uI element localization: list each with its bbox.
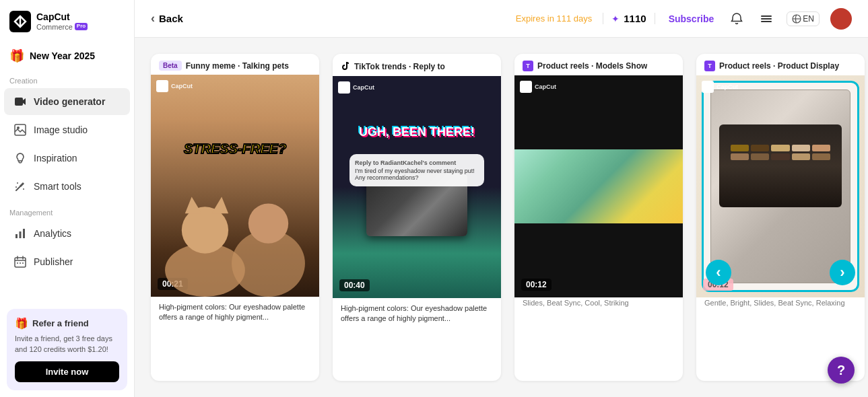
svg-rect-15 <box>761 15 772 17</box>
wand-icon <box>13 180 27 193</box>
card-2-thumbnail[interactable]: CapCut UGH, BEEN THERE! Reply to Radiant… <box>333 76 501 298</box>
chart-icon <box>13 227 27 240</box>
beta-badge: Beta <box>159 61 182 71</box>
svg-rect-2 <box>15 98 23 106</box>
next-arrow[interactable]: › <box>830 260 855 285</box>
duration-badge-3: 00:12 <box>521 279 552 291</box>
sidebar-item-smart-tools[interactable]: Smart tools <box>4 173 130 200</box>
language-label: EN <box>803 14 814 24</box>
refer-emoji: 🎁 <box>15 317 28 330</box>
logo-commerce: Commerce Pro <box>36 23 88 31</box>
svg-rect-16 <box>761 18 772 20</box>
logo-text: CapCut Commerce Pro <box>36 12 88 30</box>
sidebar-item-label: Video generator <box>34 96 105 107</box>
comment-user: Reply to RadiantKachel's comment <box>355 159 479 166</box>
svg-rect-8 <box>15 234 18 238</box>
card-4-header: T Product reels · Product Display <box>696 54 865 75</box>
header: ‹ Back Expires in 111 days ✦ 1110 Subscr… <box>135 0 868 38</box>
management-section-label: Management <box>0 201 134 219</box>
back-label: Back <box>159 13 183 24</box>
expires-text: Expires in 111 days <box>516 13 592 24</box>
card-3-thumbnail[interactable]: CapCut 00:12 <box>514 75 683 297</box>
logo[interactable]: CapCut Commerce Pro <box>0 0 134 43</box>
card-4-tags: Gentle, Bright, Slides, Beat Sync, Relax… <box>696 297 865 314</box>
card-1-thumbnail[interactable]: CapCut STRESS-FREE? 00:21 <box>151 75 319 297</box>
svg-point-5 <box>17 182 18 184</box>
card-1-title: Funny meme · Talking pets <box>186 61 289 71</box>
prev-arrow[interactable]: ‹ <box>706 260 731 285</box>
sidebar-item-label: Inspiration <box>34 153 77 164</box>
svg-point-13 <box>20 262 21 264</box>
video-card-2: TikTok trends · Reply to CapCut UGH, BEE… <box>333 54 501 381</box>
card-1-desc: High-pigment colors: Our eyeshadow palet… <box>151 297 319 326</box>
main-content: ‹ Back Expires in 111 days ✦ 1110 Subscr… <box>135 0 868 397</box>
watermark-3: CapCut <box>520 81 556 93</box>
card-4-title: Product reels · Product Display <box>719 61 839 71</box>
ugh-text: UGH, BEEN THERE! <box>341 125 493 139</box>
logo-capcut: CapCut <box>36 12 88 22</box>
card-3-header: T Product reels · Models Show <box>514 54 683 75</box>
card-4-thumbnail[interactable]: CapCut <box>696 75 865 297</box>
video-card-3: T Product reels · Models Show CapCut 00:… <box>514 54 683 381</box>
sidebar-item-inspiration[interactable]: Inspiration <box>4 145 130 172</box>
back-arrow-icon: ‹ <box>151 11 155 26</box>
svg-rect-10 <box>23 229 25 238</box>
refer-description: Invite a friend, get 3 free days and 120… <box>15 334 119 355</box>
sidebar-item-publisher[interactable]: Publisher <box>4 248 130 275</box>
card-1-header: Beta Funny meme · Talking pets <box>151 54 319 75</box>
overlay-text-1: STRESS-FREE? <box>184 141 286 157</box>
watermark-1: CapCut <box>156 80 193 92</box>
svg-point-7 <box>15 186 17 188</box>
workspace-name: New Year 2025 <box>30 50 95 61</box>
diamond-icon: ✦ <box>611 13 620 24</box>
sidebar-item-video-generator[interactable]: Video generator <box>4 88 130 115</box>
refer-title: Refer a friend <box>32 318 89 328</box>
workspace-emoji: 🎁 <box>9 48 24 63</box>
sidebar: CapCut Commerce Pro 🎁 New Year 2025 Crea… <box>0 0 135 397</box>
card-2-title: TikTok trends · Reply to <box>354 62 445 71</box>
comment-text: I'm tired of my eyeshadow never staying … <box>355 168 479 181</box>
cat-illustration <box>151 164 319 297</box>
back-button[interactable]: ‹ Back <box>151 11 183 26</box>
sidebar-item-image-studio[interactable]: Image studio <box>4 116 130 143</box>
image-icon <box>13 123 27 137</box>
nav-arrows: ‹ › <box>696 260 865 285</box>
svg-point-20 <box>182 207 228 253</box>
svg-point-14 <box>22 262 24 264</box>
creation-section-label: Creation <box>0 69 134 87</box>
help-button[interactable]: ? <box>828 357 855 384</box>
menu-icon[interactable] <box>757 9 776 28</box>
card-2-desc: High-pigment colors: Our eyeshadow palet… <box>333 298 501 327</box>
template-badge-3: T <box>523 61 533 71</box>
video-card-4: T Product reels · Product Display CapCut <box>696 54 865 381</box>
comment-bubble: Reply to RadiantKachel's comment I'm tir… <box>349 154 484 186</box>
language-selector[interactable]: EN <box>787 11 820 26</box>
invite-button[interactable]: Invite now <box>15 361 119 382</box>
svg-marker-22 <box>211 197 228 214</box>
video-icon <box>13 95 27 108</box>
template-badge-4: T <box>704 61 715 71</box>
subscribe-button[interactable]: Subscribe <box>666 13 717 24</box>
sidebar-item-label: Smart tools <box>34 181 81 192</box>
svg-rect-9 <box>20 231 22 238</box>
svg-point-24 <box>248 203 288 243</box>
workspace-selector[interactable]: 🎁 New Year 2025 <box>0 43 134 69</box>
svg-point-12 <box>17 262 18 264</box>
refer-friend-box: 🎁 Refer a friend Invite a friend, get 3 … <box>7 309 127 390</box>
notification-icon[interactable] <box>727 9 746 28</box>
cards-grid: Beta Funny meme · Talking pets CapCut ST… <box>135 38 868 397</box>
video-card-1: Beta Funny meme · Talking pets CapCut ST… <box>151 54 319 381</box>
user-avatar[interactable] <box>830 8 852 30</box>
duration-badge-2: 00:40 <box>339 279 370 291</box>
capcut-logo-icon <box>9 11 31 32</box>
credits-number: 1110 <box>624 13 646 24</box>
bulb-icon <box>13 151 27 165</box>
sidebar-item-label: Publisher <box>34 256 73 267</box>
model-split <box>514 75 683 297</box>
sidebar-item-label: Image studio <box>34 124 88 135</box>
sidebar-item-analytics[interactable]: Analytics <box>4 220 130 247</box>
credits-row: ✦ 1110 <box>603 13 655 24</box>
pro-badge: Pro <box>75 23 88 30</box>
card-2-header: TikTok trends · Reply to <box>333 54 501 76</box>
svg-point-6 <box>23 188 24 190</box>
